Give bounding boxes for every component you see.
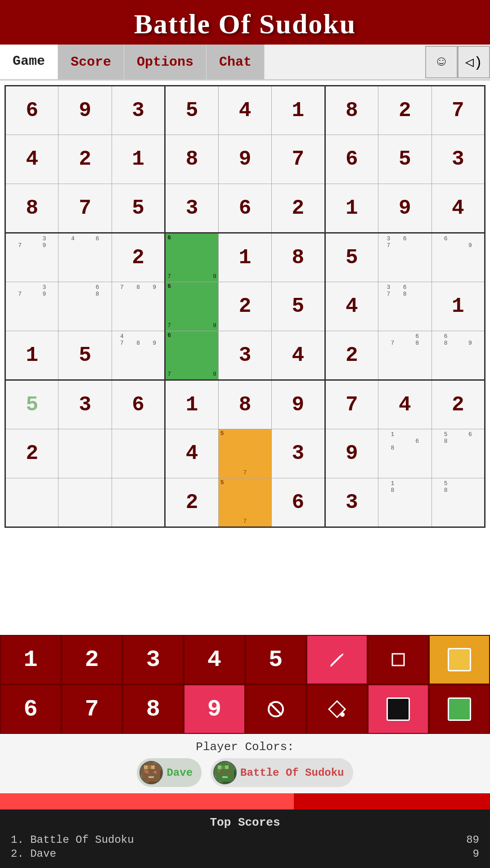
cell-r9c1[interactable] [5, 478, 58, 527]
cell-r9c8[interactable]: 1 8 [378, 478, 432, 527]
cell-r8c1[interactable]: 2 [5, 429, 58, 478]
cell-r7c5[interactable]: 8 [218, 380, 271, 429]
cell-r8c2[interactable] [58, 429, 112, 478]
cell-r5c2[interactable]: 6 8 [58, 282, 112, 331]
cell-r1c8[interactable]: 2 [378, 86, 432, 135]
numpad-color-orange[interactable] [429, 635, 490, 684]
cell-r3c7[interactable]: 1 [325, 184, 378, 233]
smiley-button[interactable]: ☺ [425, 46, 458, 78]
cell-r3c4[interactable]: 3 [165, 184, 218, 233]
cell-r2c8[interactable]: 5 [378, 135, 432, 184]
numpad-5[interactable]: 5 [245, 635, 306, 684]
cell-r2c1[interactable]: 4 [5, 135, 58, 184]
player-chip-dave[interactable]: Dave [137, 758, 202, 787]
cell-r4c5[interactable]: 1 [218, 233, 271, 282]
cell-r6c9[interactable]: 6 89 [432, 331, 485, 380]
numpad-9[interactable]: 9 [184, 684, 245, 734]
cell-r7c2[interactable]: 3 [58, 380, 112, 429]
cell-r5c7[interactable]: 4 [325, 282, 378, 331]
cell-r2c5[interactable]: 9 [218, 135, 271, 184]
numpad-color-green[interactable] [429, 684, 490, 734]
cell-r2c7[interactable]: 6 [325, 135, 378, 184]
cell-r4c7[interactable]: 5 [325, 233, 378, 282]
cell-r4c4[interactable]: 6 79 [165, 233, 218, 282]
numpad-2[interactable]: 2 [61, 635, 122, 684]
cell-r7c3[interactable]: 6 [112, 380, 165, 429]
cell-r3c6[interactable]: 2 [272, 184, 325, 233]
cell-r3c8[interactable]: 9 [378, 184, 432, 233]
tab-chat[interactable]: Chat [207, 45, 265, 79]
cell-r9c9[interactable]: 5 8 [432, 478, 485, 527]
cell-r5c5[interactable]: 2 [218, 282, 271, 331]
cell-r5c8[interactable]: 36 78 [378, 282, 432, 331]
cell-r2c3[interactable]: 1 [112, 135, 165, 184]
cell-r2c6[interactable]: 7 [272, 135, 325, 184]
numpad-color-black[interactable] [368, 684, 429, 734]
cell-r6c4[interactable]: 6 79 [165, 331, 218, 380]
cell-r5c3[interactable]: 789 [112, 282, 165, 331]
cell-r2c9[interactable]: 3 [432, 135, 485, 184]
cell-r8c7[interactable]: 9 [325, 429, 378, 478]
cell-r9c4[interactable]: 2 [165, 478, 218, 527]
cell-r4c9[interactable]: 6 9 [432, 233, 485, 282]
cell-r8c4[interactable]: 4 [165, 429, 218, 478]
cell-r7c8[interactable]: 4 [378, 380, 432, 429]
cell-r8c3[interactable] [112, 429, 165, 478]
cell-r1c6[interactable]: 1 [272, 86, 325, 135]
cell-r6c5[interactable]: 3 [218, 331, 271, 380]
cell-r1c5[interactable]: 4 [218, 86, 271, 135]
cell-r5c6[interactable]: 5 [272, 282, 325, 331]
cell-r9c2[interactable] [58, 478, 112, 527]
cell-r7c4[interactable]: 1 [165, 380, 218, 429]
numpad-1[interactable]: 1 [0, 635, 61, 684]
cell-r5c4[interactable]: 6 79 [165, 282, 218, 331]
cell-r4c1[interactable]: 3 79 [5, 233, 58, 282]
cell-r1c4[interactable]: 5 [165, 86, 218, 135]
cell-r1c3[interactable]: 3 [112, 86, 165, 135]
numpad-pencil[interactable] [306, 635, 368, 684]
cell-r7c7[interactable]: 7 [325, 380, 378, 429]
cell-r5c9[interactable]: 1 [432, 282, 485, 331]
cell-r8c9[interactable]: 56 8 [432, 429, 485, 478]
cell-r9c7[interactable]: 3 [325, 478, 378, 527]
cell-r6c3[interactable]: 4 789 [112, 331, 165, 380]
numpad-4[interactable]: 4 [184, 635, 245, 684]
cell-r3c1[interactable]: 8 [5, 184, 58, 233]
cell-r2c2[interactable]: 2 [58, 135, 112, 184]
cell-r9c3[interactable] [112, 478, 165, 527]
cell-r4c2[interactable]: 46 [58, 233, 112, 282]
cell-r7c1[interactable]: 5 [5, 380, 58, 429]
player-chip-bot[interactable]: Battle Of Sudoku [211, 758, 353, 787]
cell-r5c1[interactable]: 3 79 [5, 282, 58, 331]
cell-r6c8[interactable]: 6 78 [378, 331, 432, 380]
numpad-7[interactable]: 7 [61, 684, 122, 734]
tab-options[interactable]: Options [124, 45, 207, 79]
numpad-ban[interactable] [245, 684, 306, 734]
cell-r3c9[interactable]: 4 [432, 184, 485, 233]
cell-r9c5[interactable]: 5 7 [218, 478, 271, 527]
cell-r1c2[interactable]: 9 [58, 86, 112, 135]
cell-r6c2[interactable]: 5 [58, 331, 112, 380]
tab-score[interactable]: Score [58, 45, 124, 79]
cell-r7c9[interactable]: 2 [432, 380, 485, 429]
speaker-button[interactable]: ◁) [458, 46, 490, 78]
tab-game[interactable]: Game [0, 45, 58, 79]
numpad-diamond[interactable] [306, 684, 368, 734]
cell-r6c7[interactable]: 2 [325, 331, 378, 380]
cell-r1c9[interactable]: 7 [432, 86, 485, 135]
cell-r4c3[interactable]: 2 [112, 233, 165, 282]
cell-r8c6[interactable]: 3 [272, 429, 325, 478]
cell-r3c5[interactable]: 6 [218, 184, 271, 233]
cell-r8c8[interactable]: 1 6 8 [378, 429, 432, 478]
cell-r3c2[interactable]: 7 [58, 184, 112, 233]
cell-r3c3[interactable]: 5 [112, 184, 165, 233]
cell-r8c5[interactable]: 5 7 [218, 429, 271, 478]
cell-r7c6[interactable]: 9 [272, 380, 325, 429]
numpad-square[interactable] [368, 635, 429, 684]
numpad-8[interactable]: 8 [122, 684, 184, 734]
numpad-6[interactable]: 6 [0, 684, 61, 734]
cell-r9c6[interactable]: 6 [272, 478, 325, 527]
cell-r6c1[interactable]: 1 [5, 331, 58, 380]
cell-r4c6[interactable]: 8 [272, 233, 325, 282]
cell-r1c7[interactable]: 8 [325, 86, 378, 135]
